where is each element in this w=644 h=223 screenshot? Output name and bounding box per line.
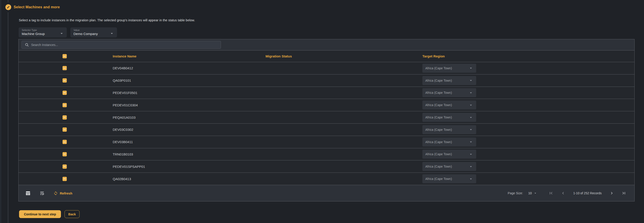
last-page-button[interactable]	[621, 191, 626, 196]
pager: 1-10 of 252 Records	[548, 191, 626, 196]
instance-name-cell: PEQA01A0103	[110, 116, 263, 119]
back-button[interactable]: Back	[64, 210, 80, 218]
chevron-down-icon	[468, 66, 473, 70]
target-region-value: Africa (Cape Town)	[425, 152, 468, 156]
grid-search-toolbar	[18, 39, 634, 51]
target-region-value: Africa (Cape Town)	[425, 103, 468, 107]
instance-name-cell: QA02B0413	[110, 177, 263, 181]
grid-header-row: Instance Name Migration Status Target Re…	[18, 51, 634, 62]
row-checkbox[interactable]	[62, 152, 67, 156]
column-chooser-button[interactable]	[25, 191, 30, 196]
column-header-target-region[interactable]: Target Region	[420, 54, 634, 58]
table-row: DEV03B0411 Africa (Cape Town)	[18, 136, 634, 148]
instance-name-cell: PEDEV01SPSAPP01	[110, 165, 263, 168]
refresh-label: Refresh	[60, 191, 72, 195]
select-all-checkbox[interactable]	[62, 54, 67, 58]
page-size-select[interactable]: 10	[528, 191, 538, 195]
target-region-select[interactable]: Africa (Cape Town)	[422, 113, 476, 122]
instance-name-cell: DEV03B0411	[110, 140, 263, 144]
previous-page-button[interactable]	[561, 191, 566, 196]
table-row: PEDEV01C0304 Africa (Cape Town)	[18, 99, 634, 111]
value-select[interactable]: Value Demo Company	[70, 27, 117, 38]
chevron-down-icon	[468, 78, 473, 83]
target-region-value: Africa (Cape Town)	[425, 116, 468, 119]
table-row: QA03P0101 Africa (Cape Town)	[18, 75, 634, 87]
target-region-select[interactable]: Africa (Cape Town)	[422, 101, 476, 109]
row-checkbox[interactable]	[62, 164, 67, 169]
table-row: PEDEV01SPSAPP01 Africa (Cape Town)	[18, 160, 634, 173]
target-region-select[interactable]: Africa (Cape Town)	[422, 64, 476, 73]
target-region-value: Africa (Cape Town)	[425, 177, 468, 181]
indeterminate-dash-icon	[64, 179, 66, 179]
page-size-value: 10	[528, 191, 532, 195]
selector-type-label: Selector Type	[22, 29, 64, 31]
records-range-label: 1-10 of 252 Records	[573, 191, 602, 195]
row-checkbox[interactable]	[62, 91, 67, 95]
target-region-select[interactable]: Africa (Cape Town)	[422, 125, 476, 134]
selector-type-select[interactable]: Selector Type Machine Group	[18, 27, 67, 38]
indeterminate-dash-icon	[64, 142, 66, 142]
target-region-select[interactable]: Africa (Cape Town)	[422, 88, 476, 97]
table-row: QA02B0413 Africa (Cape Town)	[18, 173, 634, 185]
indeterminate-dash-icon	[64, 80, 66, 81]
target-region-value: Africa (Cape Town)	[425, 66, 468, 70]
target-region-select[interactable]: Africa (Cape Town)	[422, 150, 476, 159]
indeterminate-dash-icon	[64, 166, 66, 167]
wrap-text-icon	[40, 191, 44, 196]
search-icon	[25, 43, 29, 47]
value-value: Demo Company	[74, 32, 114, 36]
refresh-icon	[54, 191, 58, 195]
row-checkbox[interactable]	[62, 177, 67, 181]
target-region-select[interactable]: Africa (Cape Town)	[422, 162, 476, 171]
search-box	[22, 41, 221, 49]
step-description: Select a tag to include instances in the…	[19, 19, 195, 22]
instances-grid: Instance Name Migration Status Target Re…	[18, 39, 634, 201]
wrap-text-button[interactable]	[40, 191, 44, 196]
instance-name-cell: TRN01B0103	[110, 152, 263, 156]
target-region-value: Africa (Cape Town)	[425, 91, 468, 94]
target-region-select[interactable]: Africa (Cape Town)	[422, 137, 476, 146]
page-size-label: Page Size:	[508, 191, 523, 195]
target-region-select[interactable]: Africa (Cape Town)	[422, 76, 476, 85]
indeterminate-dash-icon	[64, 92, 66, 93]
refresh-button[interactable]: Refresh	[54, 191, 72, 195]
row-checkbox[interactable]	[62, 115, 67, 120]
indeterminate-dash-icon	[64, 129, 66, 130]
instance-name-cell: PEDEV01F0501	[110, 91, 263, 95]
row-checkbox[interactable]	[62, 103, 67, 107]
row-checkbox[interactable]	[62, 66, 67, 70]
table-columns-icon	[25, 191, 30, 196]
instance-name-cell: DEV04B0412	[110, 66, 263, 70]
chevron-down-icon	[468, 127, 473, 132]
column-header-instance-name[interactable]: Instance Name	[110, 54, 263, 58]
indeterminate-dash-icon	[64, 105, 66, 105]
table-row: DEV03C0302 Africa (Cape Town)	[18, 124, 634, 136]
migration-wizard-page: Select Machines and more Select a tag to…	[0, 0, 644, 223]
target-region-value: Africa (Cape Town)	[425, 165, 468, 168]
chevron-down-icon	[468, 152, 473, 157]
grid-footer-left: Refresh	[25, 191, 72, 196]
step-title: Select Machines and more	[14, 5, 60, 9]
instance-name-cell: QA03P0101	[110, 79, 263, 82]
target-region-select[interactable]: Africa (Cape Town)	[422, 174, 476, 183]
chevron-down-icon	[468, 90, 473, 95]
indeterminate-dash-icon	[64, 68, 66, 68]
table-row: TRN01B0103 Africa (Cape Town)	[18, 148, 634, 161]
row-checkbox[interactable]	[62, 78, 67, 83]
value-label: Value	[74, 29, 114, 31]
next-page-button[interactable]	[609, 191, 614, 196]
target-region-value: Africa (Cape Town)	[425, 140, 468, 144]
row-checkbox[interactable]	[62, 140, 67, 144]
column-header-migration-status[interactable]: Migration Status	[263, 54, 420, 58]
step-edit-badge	[6, 4, 11, 10]
chevron-down-icon	[468, 103, 473, 107]
chevron-down-icon	[109, 31, 114, 36]
first-page-button[interactable]	[548, 191, 554, 196]
selector-type-value: Machine Group	[22, 32, 64, 36]
grid-footer: Refresh Page Size: 10 1-10 of 252 Record	[18, 185, 634, 201]
row-checkbox[interactable]	[62, 127, 67, 132]
table-row: DEV04B0412 Africa (Cape Town)	[18, 62, 634, 75]
search-input[interactable]	[29, 43, 221, 47]
continue-button[interactable]: Continue to next step	[19, 210, 61, 218]
indeterminate-dash-icon	[64, 154, 66, 154]
